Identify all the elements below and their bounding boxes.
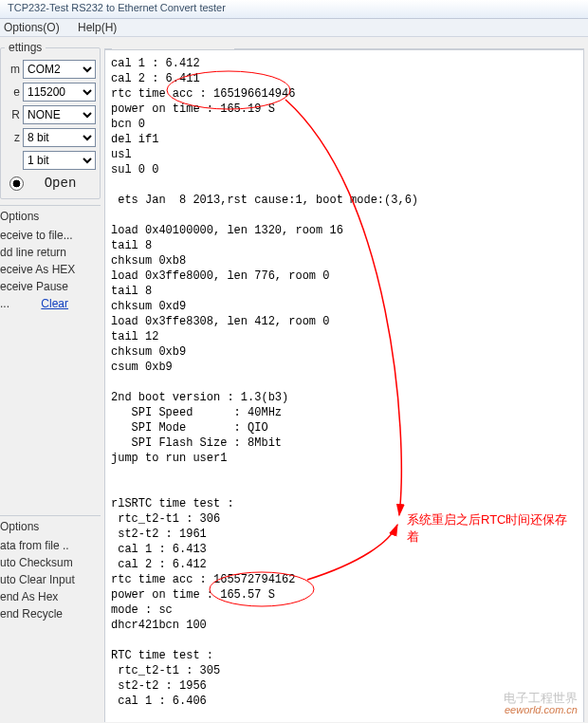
opt-receive-as-hex[interactable]: eceive As HEX (0, 261, 101, 278)
recv-options-legend: Options (0, 205, 101, 227)
port-select[interactable]: COM2 (23, 60, 96, 79)
receive-textarea[interactable]: cal 1 : 6.412 cal 2 : 6.411 rtc time acc… (104, 49, 584, 722)
baud-label: e (5, 85, 20, 99)
opt-auto-clear-input[interactable]: uto Clear Input (0, 571, 101, 588)
open-port-button[interactable]: Open (5, 174, 96, 193)
baud-select[interactable]: 115200 (23, 83, 96, 102)
opt-receive-pause[interactable]: eceive Pause (0, 278, 101, 295)
settings-group: ettings m COM2 e 115200 R NONE z 8 bit 1… (0, 41, 101, 199)
window-title: TCP232-Test RS232 to Ethernet Convert te… (0, 0, 588, 19)
menu-options[interactable]: Options(O) (4, 21, 60, 34)
parity-select[interactable]: NONE (23, 105, 96, 124)
settings-legend: ettings (5, 41, 46, 54)
databits-label: z (5, 131, 20, 144)
databits-select[interactable]: 8 bit (23, 128, 96, 147)
send-options-legend: Options (0, 515, 101, 537)
opt-add-line-return[interactable]: dd line return (0, 244, 101, 261)
opt-auto-checksum[interactable]: uto Checksum (0, 554, 101, 571)
opt-receive-to-file[interactable]: eceive to file... (0, 227, 101, 244)
clear-prefix: ... (0, 297, 12, 310)
open-label: Open (29, 174, 92, 193)
menu-bar: Options(O) Help(H) (0, 19, 588, 37)
clear-row: ... Clear (0, 295, 101, 312)
menu-help[interactable]: Help(H) (78, 21, 117, 34)
opt-send-as-hex[interactable]: end As Hex (0, 588, 101, 605)
clear-link[interactable]: Clear (41, 297, 68, 310)
stopbits-select[interactable]: 1 bit (23, 151, 96, 170)
opt-data-from-file[interactable]: ata from file .. (0, 537, 101, 554)
port-status-icon (9, 176, 24, 191)
opt-send-recycle[interactable]: end Recycle (0, 605, 101, 622)
parity-label: R (5, 108, 20, 121)
right-panel: COM port data receive cal 1 : 6.412 cal … (102, 37, 588, 722)
console-output: cal 1 : 6.412 cal 2 : 6.411 rtc time acc… (111, 54, 578, 709)
left-panel: ettings m COM2 e 115200 R NONE z 8 bit 1… (0, 37, 102, 722)
port-label: m (5, 63, 20, 76)
